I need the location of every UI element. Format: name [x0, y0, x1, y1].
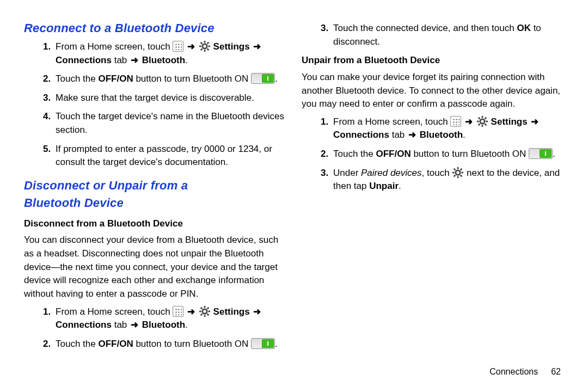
- paired-devices-label: Paired devices: [361, 168, 422, 178]
- svg-line-33: [461, 175, 462, 176]
- arrow-icon: ➜: [530, 115, 540, 129]
- list-item: If prompted to enter a passcode, try 000…: [53, 143, 289, 169]
- text: tab: [389, 130, 407, 140]
- heading-line2: Bluetooth Device: [24, 196, 124, 210]
- text: tab: [112, 55, 130, 65]
- connections-label: Connections: [333, 130, 389, 140]
- svg-line-16: [201, 314, 203, 315]
- settings-label: Settings: [211, 307, 253, 317]
- text: Touch the connected device, and then tou…: [333, 23, 517, 33]
- gear-icon: [199, 40, 211, 52]
- text: button to turn Bluetooth ON: [133, 74, 251, 84]
- svg-line-26: [485, 118, 486, 119]
- svg-line-14: [201, 307, 203, 309]
- list-item: From a Home screen, touch ➜ Settings ➜ C…: [53, 40, 289, 67]
- toggle-on-icon: [529, 148, 553, 159]
- text: Touch the: [56, 339, 98, 349]
- arrow-icon: ➜: [464, 115, 474, 129]
- list-item: Make sure that the target device is disc…: [53, 91, 289, 105]
- offon-label: OFF/ON: [98, 74, 133, 84]
- apps-icon: [173, 41, 183, 52]
- svg-line-8: [207, 42, 209, 44]
- left-column: Reconnect to a Bluetooth Device From a H…: [24, 20, 289, 392]
- svg-line-5: [201, 42, 203, 44]
- svg-point-27: [456, 170, 460, 175]
- text: button to turn Bluetooth ON: [133, 339, 251, 349]
- heading-reconnect: Reconnect to a Bluetooth Device: [24, 20, 289, 37]
- list-item: Touch the connected device, and then tou…: [331, 22, 566, 48]
- text: Touch the: [56, 74, 98, 84]
- connections-label: Connections: [56, 320, 112, 330]
- gear-icon: [476, 115, 488, 127]
- text: button to turn Bluetooth ON: [411, 149, 529, 159]
- arrow-icon: ➜: [252, 305, 262, 319]
- text: .: [185, 320, 188, 330]
- heading-line1: Disconnect or Unpair from a: [24, 179, 188, 192]
- apps-icon: [173, 306, 183, 317]
- list-item: Touch the OFF/ON button to turn Bluetoot…: [53, 72, 289, 86]
- arrow-icon: ➜: [407, 128, 417, 142]
- svg-line-25: [479, 124, 480, 125]
- list-item: From a Home screen, touch ➜ Settings ➜ C…: [53, 305, 289, 332]
- apps-icon: [450, 116, 461, 127]
- svg-line-24: [485, 124, 486, 125]
- list-item: Under Paired devices, touch next to the …: [331, 167, 566, 193]
- list-item: Touch the target device's name in the Bl…: [53, 110, 289, 137]
- steps-reconnect: From a Home screen, touch ➜ Settings ➜ C…: [24, 40, 289, 169]
- svg-line-15: [207, 314, 209, 315]
- svg-line-6: [207, 48, 209, 50]
- text: From a Home screen, touch: [56, 41, 173, 52]
- text: Under: [333, 168, 361, 178]
- svg-line-17: [207, 307, 209, 309]
- svg-point-0: [203, 44, 207, 48]
- text: , touch: [422, 168, 452, 178]
- list-item: Touch the OFF/ON button to turn Bluetoot…: [331, 148, 566, 161]
- connections-label: Connections: [56, 55, 112, 65]
- svg-line-35: [461, 168, 462, 170]
- text: From a Home screen, touch: [56, 307, 173, 317]
- heading-disconnect-unpair: Disconnect or Unpair from a Bluetooth De…: [24, 177, 289, 212]
- toggle-on-icon: [251, 73, 275, 84]
- manual-page: Reconnect to a Bluetooth Device From a H…: [0, 0, 588, 392]
- text: .: [399, 181, 401, 191]
- para-unpair: You can make your device forget its pair…: [302, 71, 566, 111]
- para-disconnect: You can disconnect your device from a Bl…: [24, 234, 289, 301]
- text: Touch the: [333, 149, 376, 159]
- arrow-icon: ➜: [186, 305, 196, 319]
- settings-label: Settings: [488, 117, 530, 127]
- unpair-label: Unpair: [369, 181, 399, 191]
- list-item: Touch the OFF/ON button to turn Bluetoot…: [53, 338, 289, 351]
- text: .: [275, 74, 278, 84]
- bluetooth-label: Bluetooth: [139, 55, 185, 65]
- text: .: [553, 149, 555, 159]
- ok-label: OK: [517, 23, 531, 33]
- gear-icon: [199, 305, 211, 317]
- svg-line-32: [454, 168, 456, 170]
- right-column: Touch the connected device, and then tou…: [302, 20, 566, 392]
- list-item: From a Home screen, touch ➜ Settings ➜ C…: [331, 115, 566, 142]
- bluetooth-label: Bluetooth: [139, 320, 185, 330]
- arrow-icon: ➜: [186, 40, 196, 54]
- text: .: [275, 339, 278, 349]
- page-footer: Connections62: [489, 367, 561, 377]
- arrow-icon: ➜: [130, 318, 139, 332]
- settings-label: Settings: [211, 41, 253, 52]
- footer-page-number: 62: [551, 367, 561, 376]
- steps-unpair: From a Home screen, touch ➜ Settings ➜ C…: [302, 115, 566, 193]
- toggle-on-icon: [251, 338, 275, 349]
- steps-disconnect-cont: Touch the connected device, and then tou…: [302, 22, 566, 48]
- offon-label: OFF/ON: [98, 339, 133, 349]
- svg-line-7: [201, 48, 203, 50]
- svg-point-18: [480, 119, 485, 124]
- arrow-icon: ➜: [130, 54, 139, 68]
- bluetooth-label: Bluetooth: [417, 130, 463, 140]
- steps-disconnect: From a Home screen, touch ➜ Settings ➜ C…: [24, 305, 289, 351]
- subhead-disconnect: Disconnect from a Bluetooth Device: [24, 217, 289, 231]
- arrow-icon: ➜: [252, 40, 262, 54]
- subhead-unpair: Unpair from a Bluetooth Device: [302, 54, 566, 68]
- footer-section: Connections: [489, 367, 538, 376]
- offon-label: OFF/ON: [376, 149, 411, 159]
- text: .: [463, 130, 465, 140]
- text: tab: [112, 320, 130, 330]
- text: From a Home screen, touch: [333, 117, 450, 127]
